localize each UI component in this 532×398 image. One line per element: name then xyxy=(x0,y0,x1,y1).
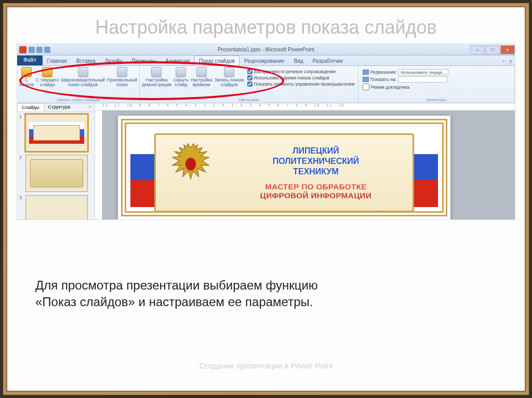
ribbon-group-monitors: Разрешение:Использовать текуще… Показать… xyxy=(358,66,515,103)
custom-show-icon xyxy=(117,67,127,77)
side-tabs: Слайды Структура × xyxy=(17,103,95,112)
help-icon[interactable]: ? xyxy=(509,60,512,65)
window-controls: – □ × xyxy=(470,45,515,54)
qat-redo-icon[interactable] xyxy=(44,47,50,53)
monitor-icon xyxy=(363,77,369,82)
quick-access-toolbar[interactable] xyxy=(29,47,50,53)
svg-point-0 xyxy=(185,158,196,170)
tab-developer[interactable]: Разработчик xyxy=(308,56,347,65)
window-close-button[interactable]: × xyxy=(500,45,515,54)
clock-icon xyxy=(196,67,207,77)
editor-body: Слайды Структура × 1 2 3 xyxy=(17,103,515,219)
group-label-setup: Настройка xyxy=(142,97,356,103)
slides-panel: Слайды Структура × 1 2 3 xyxy=(17,103,95,219)
powerpoint-screenshot: Prezentatsia1.pptx - Microsoft PowerPoin… xyxy=(17,44,515,220)
thumbnail-3[interactable]: 3 xyxy=(19,195,92,219)
chk-controls-box[interactable] xyxy=(247,81,252,87)
setup-icon xyxy=(151,67,162,77)
group-label-start: Начать показ слайдов xyxy=(19,97,137,103)
coat-of-arms-icon xyxy=(162,139,219,196)
institution-name: ЛИПЕЦКИЙ ПОЛИТЕХНИЧЕСКИЙ ТЕХНИКУМ xyxy=(225,146,406,177)
powerpoint-logo-icon xyxy=(19,46,26,53)
play-icon xyxy=(21,67,32,77)
resolution-select[interactable]: Использовать текуще… xyxy=(398,69,448,75)
gold-frame-inner: Настройка параметров показа слайдов Prez… xyxy=(6,6,526,392)
ribbon-minimize-icon[interactable]: ⌃ xyxy=(501,60,506,65)
side-tab-outline[interactable]: Структура xyxy=(44,103,75,112)
slide-title: Настройка параметров показа слайдов xyxy=(7,7,525,44)
gold-frame-outer: Настройка параметров показа слайдов Prez… xyxy=(3,3,529,395)
qat-save-icon[interactable] xyxy=(29,47,35,53)
qat-undo-icon[interactable] xyxy=(36,47,43,53)
record-icon xyxy=(224,67,234,77)
setup-show-button[interactable]: Настройкадемонстрации xyxy=(142,67,171,89)
ruler-vertical xyxy=(95,111,102,219)
group-label-monitors: Мониторы xyxy=(361,97,512,103)
ruler-horizontal: 12 · 11 · 10 · 9 · 8 · 7 · 6 · 5 · 4 · 3… xyxy=(95,103,515,111)
tab-design[interactable]: Дизайн xyxy=(100,56,127,65)
ribbon-tabs: Файл Главная Вставка Дизайн Переходы Ани… xyxy=(17,56,515,66)
monitor-icon xyxy=(363,70,369,75)
side-tab-slides[interactable]: Слайды xyxy=(17,103,44,112)
record-show-button[interactable]: Запись показаслайдов xyxy=(215,67,244,89)
thumbnails: 1 2 3 xyxy=(17,112,95,219)
tab-review[interactable]: Рецензирование xyxy=(240,56,289,65)
tab-transitions[interactable]: Переходы xyxy=(127,56,161,65)
broadcast-button[interactable]: Широковещательныйпоказ слайдов xyxy=(61,67,104,88)
window-minimize-button[interactable]: – xyxy=(470,45,485,54)
chk-narration-box[interactable] xyxy=(247,69,252,74)
from-current-button[interactable]: С текущегослайда xyxy=(36,67,59,88)
body-paragraph: Для просмотра презентации выбираем функц… xyxy=(35,277,326,311)
tab-view[interactable]: Вид xyxy=(289,56,308,65)
rehearse-timings-button[interactable]: Настройкавремени xyxy=(191,67,212,89)
side-close-button[interactable]: × xyxy=(86,103,95,112)
window-titlebar: Prezentatsia1.pptx - Microsoft PowerPoin… xyxy=(17,44,515,56)
chk-narration[interactable]: Воспроизвести речевое сопровождение xyxy=(247,69,355,74)
slide-editor: 12 · 11 · 10 · 9 · 8 · 7 · 6 · 5 · 4 · 3… xyxy=(95,103,515,219)
hide-slide-icon xyxy=(176,67,186,77)
footer-text: Создание презентации в Power Point xyxy=(7,361,525,370)
window-maximize-button[interactable]: □ xyxy=(485,45,500,54)
hide-slide-button[interactable]: Скрытьслайд xyxy=(174,67,189,89)
ribbon-group-setup: Настройкадемонстрации Скрытьслайд Настро… xyxy=(140,66,358,103)
tab-slideshow[interactable]: Показ слайдов xyxy=(194,56,240,65)
from-beginning-button[interactable]: Сначала xyxy=(19,67,34,88)
play-current-icon xyxy=(42,67,52,77)
thumbnail-2[interactable]: 2 xyxy=(19,155,92,192)
slide-plaque: ЛИПЕЦКИЙ ПОЛИТЕХНИЧЕСКИЙ ТЕХНИКУМ МАСТЕР… xyxy=(154,133,414,212)
tab-insert[interactable]: Вставка xyxy=(72,56,100,65)
ribbon-group-start: Сначала С текущегослайда Широковещательн… xyxy=(17,66,140,103)
ribbon: Сначала С текущегослайда Широковещательн… xyxy=(17,66,515,103)
tab-animation[interactable]: Анимация xyxy=(161,56,194,65)
chk-presenter-box[interactable] xyxy=(363,84,369,90)
chk-timings[interactable]: Использовать время показа слайдов xyxy=(247,75,355,80)
broadcast-icon xyxy=(78,67,88,77)
window-title: Prezentatsia1.pptx - Microsoft PowerPoin… xyxy=(218,47,314,52)
chk-controls[interactable]: Показать элементы управления проигрывате… xyxy=(247,81,355,87)
thumbnail-1[interactable]: 1 xyxy=(19,114,92,152)
chk-presenter-view[interactable]: Режим докладчика xyxy=(363,84,510,90)
tab-file[interactable]: Файл xyxy=(17,55,43,65)
tab-home[interactable]: Главная xyxy=(43,56,72,65)
profession-name: МАСТЕР ПО ОБРАБОТКЕ ЦИФРОВОЙ ИНФОРМАЦИИ xyxy=(225,182,406,200)
custom-show-button[interactable]: Произвольныйпоказ xyxy=(107,67,137,88)
showon-select[interactable] xyxy=(398,76,447,83)
slide-text-column: ЛИПЕЦКИЙ ПОЛИТЕХНИЧЕСКИЙ ТЕХНИКУМ МАСТЕР… xyxy=(225,139,406,207)
slide-canvas[interactable]: ЛИПЕЦКИЙ ПОЛИТЕХНИЧЕСКИЙ ТЕХНИКУМ МАСТЕР… xyxy=(118,116,450,219)
chk-timings-box[interactable] xyxy=(247,75,252,80)
